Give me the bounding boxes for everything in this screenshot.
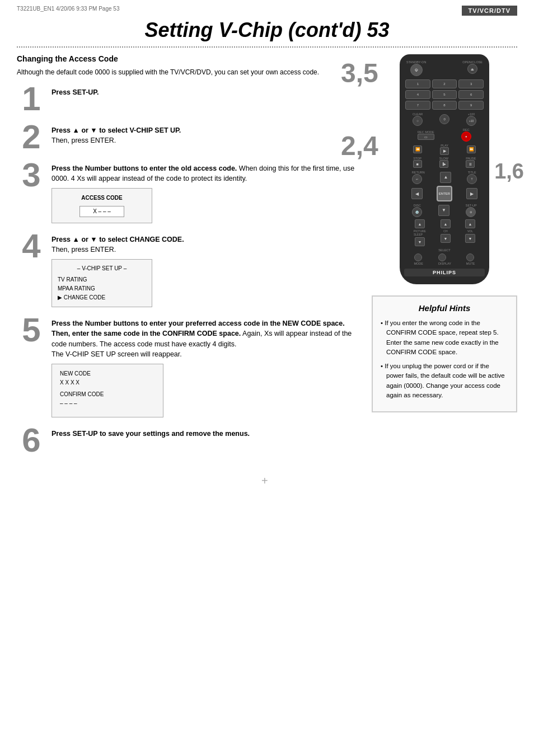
pause-btn[interactable]: ⏸ [466,160,475,168]
mode-btn[interactable] [414,253,422,261]
stop-slow-row: STOP ■ SLOW ▐▶ PAUSE ⏸ [404,156,485,168]
btn-2[interactable]: 2 [432,79,457,88]
osd-new-code-box: NEW CODE X X X X CONFIRM CODE – – – – [51,364,163,417]
rec-row: REC MODE ▭ REC ● [404,128,485,142]
rec-mode-label: REC MODE [418,130,434,134]
step-2-text-normal: Then, press ENTER. [51,137,116,144]
helpful-hints-box: Helpful Hints • If you enter the wrong c… [372,295,517,412]
play-group: PLAY ▶ [440,143,449,155]
osd-access-code-input: X – – – [79,206,124,218]
vol-label: VOL [467,229,473,233]
step-1: 1 Press SET-UP. [17,84,360,114]
btn-4[interactable]: 4 [405,90,430,99]
dpad-row-1: RETURN ↩ ▲ TITLE T [404,170,485,184]
step-marker-24: 2,4 [341,133,378,159]
open-close-btn[interactable]: ⏏ [467,64,477,74]
osd-menu-item-1: TV RATING [58,275,146,284]
rec-mode-group: REC MODE ▭ [418,130,434,140]
btn-9[interactable]: 9 [458,101,484,110]
standby-group: STANDBY·ON ⏻ [406,60,426,76]
rewind-btn[interactable]: ⏪ [413,145,422,153]
return-group: RETURN ↩ [412,170,425,184]
helpful-hints-text: • If you enter the wrong code in the CON… [381,318,508,400]
rec-group: REC ● [461,128,471,142]
bottom-labels: SELECT MODE DISPLAY MUTE [406,248,483,265]
step-6-text-bold: Press SET-UP to save your settings and r… [51,430,250,438]
step-4-number: 4 [17,231,46,261]
ch-up-btn[interactable]: ▲ [441,219,451,228]
select-label: SELECT [438,248,450,252]
helpful-hints-title: Helpful Hints [381,303,508,313]
clear-btn[interactable]: ○ [413,116,423,126]
btn-7[interactable]: 7 [405,101,430,110]
ch-group: ▲ CH ▼ [441,219,451,246]
slow-btn[interactable]: ▐▶ [439,160,448,168]
picture-up-btn[interactable]: ▲ [415,219,425,228]
rec-btn[interactable]: ● [461,132,471,142]
display-group: DISPLAY [438,253,451,265]
rec-mode-btn[interactable]: ▭ [418,134,434,140]
disc-group: DISC 💿 [412,203,422,217]
picture-sleep-label: PICTURESLEEP [414,229,426,236]
btn-5[interactable]: 5 [432,90,457,99]
btn-3[interactable]: 3 [458,79,484,88]
stop-group: STOP ■ [413,156,422,168]
osd-confirm-code-row: CONFIRM CODE – – – – [60,391,155,408]
setup-group: SET-UP ⚙ [466,203,477,217]
section-heading: Changing the Access Code [17,54,360,63]
ffwd-btn[interactable]: ⏩ [467,145,476,153]
return-label: RETURN [412,171,425,174]
tv-vcr-badge: TV/VCR/DTV [462,6,517,16]
right-btn[interactable]: ▶ [466,188,477,199]
step-3-content: Press the Number buttons to enter the ol… [51,160,360,223]
rec-label: REC [461,128,471,132]
btn-6[interactable]: 6 [458,90,484,99]
osd-vchip-menu: – V-CHIP SET UP – TV RATING MPAA RATING … [51,259,152,307]
ch-down-btn[interactable]: ▼ [441,234,451,243]
stop-label: STOP [413,157,422,160]
title-label: TITLE [467,171,477,174]
clear-zero-row: CLEAR ○ 0 +100 +10 [404,112,485,126]
pause-label: PAUSE [466,157,476,160]
left-btn[interactable]: ◀ [411,188,423,199]
title-btn[interactable]: T [467,174,477,184]
osd-menu-item-3: ▶ CHANGE CODE [58,293,146,302]
vol-up-btn[interactable]: ▲ [465,219,475,228]
clear-label: CLEAR [413,112,423,116]
select-row: SELECT [406,248,483,252]
mute-btn[interactable] [466,253,474,261]
page-title: Setting V-Chip (cont'd) 53 [144,18,389,41]
transport-row: ⏪ PLAY ▶ ⏩ [404,143,485,155]
remote-control: STANDBY·ON ⏻ OPEN/CLOSE ⏏ 1 2 3 4 5 6 [400,54,489,284]
step-6: 6 Press SET-UP to save your settings and… [17,425,360,456]
osd-access-code-title: ACCESS CODE [60,194,144,203]
osd-confirm-code-label: CONFIRM CODE [60,391,155,399]
enter-btn[interactable]: ENTER [437,186,452,201]
step-5-content: Press the Number buttons to enter your p… [51,315,360,417]
step-4-text-normal: Then, press ENTER. [51,246,116,253]
picture-sleep-group: ▲ PICTURESLEEP ▼ [414,219,426,246]
step-2-content: Press ▲ or ▼ to select V-CHIP SET UP. Th… [51,122,181,145]
plus100-btn[interactable]: +10 [466,116,476,126]
setup-btn[interactable]: ⚙ [466,207,476,217]
footer-crosshair [261,475,273,486]
btn-1[interactable]: 1 [405,79,430,88]
remote-section: 3,5 2,4 1,6 STANDBY·ON ⏻ OPEN/CLOSE ⏏ [372,54,517,284]
vol-down-btn[interactable]: ▼ [465,234,475,243]
stop-btn[interactable]: ■ [413,160,422,168]
return-btn[interactable]: ↩ [412,174,422,184]
osd-new-code-value: X X X X [60,379,99,387]
btn-0[interactable]: 0 [439,114,449,124]
up-btn[interactable]: ▲ [440,172,451,183]
step-5: 5 Press the Number buttons to enter your… [17,315,360,417]
picture-down-btn[interactable]: ▼ [415,237,425,246]
btn-8[interactable]: 8 [432,101,457,110]
down-btn[interactable]: ▼ [438,205,449,216]
display-btn[interactable] [438,253,446,261]
vol-group: ▲ VOL ▼ [465,219,475,246]
vol-ch-area: ▲ PICTURESLEEP ▼ ▲ CH ▼ ▲ VOL ▼ [406,219,483,246]
standby-btn[interactable]: ⏻ [410,64,423,76]
mode-label: MODE [414,262,424,265]
play-btn[interactable]: ▶ [440,147,449,155]
disc-btn[interactable]: 💿 [412,207,422,217]
